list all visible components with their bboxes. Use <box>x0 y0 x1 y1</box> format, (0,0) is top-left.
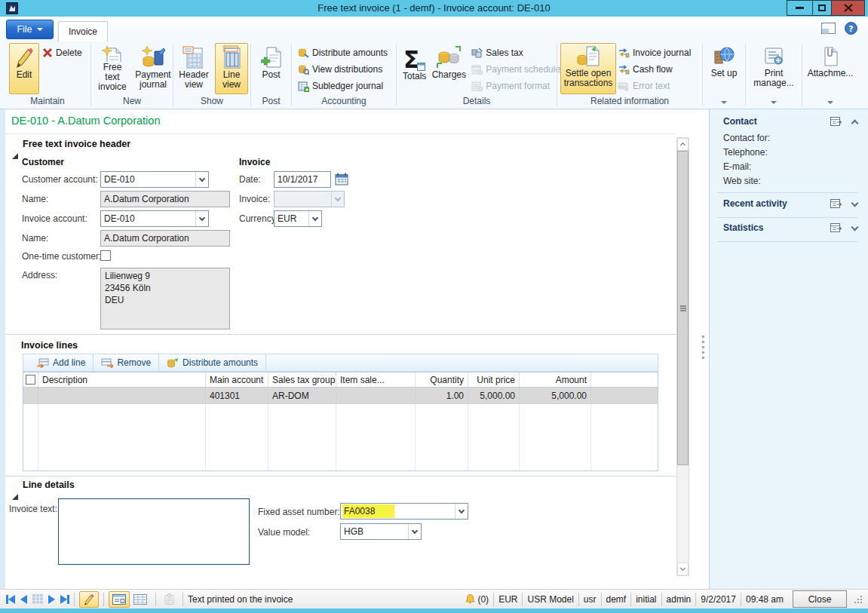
factbox-icon[interactable] <box>830 117 842 127</box>
file-menu-button[interactable]: File <box>6 20 54 39</box>
subledger-journal-button[interactable]: Subledger journal <box>298 78 388 93</box>
nav-previous-button[interactable] <box>20 595 27 604</box>
delete-button[interactable]: Delete <box>42 45 82 60</box>
invoice-account-combo[interactable]: DE-010 <box>100 210 209 227</box>
print-management-button[interactable]: Print manage... <box>750 43 798 94</box>
nav-last-icon <box>60 595 67 604</box>
nav-first-button[interactable] <box>6 595 15 604</box>
factbox-icon[interactable] <box>830 223 842 233</box>
notification-count[interactable]: (0) <box>477 594 489 605</box>
chevron-down-icon[interactable] <box>408 524 421 539</box>
cell-main-account[interactable]: 401301 <box>206 388 268 403</box>
grid-row-selected[interactable]: 401301 AR-DOM 1.00 5,000.00 5,000.00 <box>23 388 658 404</box>
col-description[interactable]: Description <box>38 372 206 387</box>
setup-button[interactable]: Set up <box>706 43 742 94</box>
factbox-icon[interactable] <box>830 199 842 209</box>
col-sales-tax-group[interactable]: Sales tax group <box>268 372 336 387</box>
factbox-contact-header[interactable]: Contact <box>723 116 757 127</box>
attachments-button[interactable]: Attachme... <box>806 43 854 94</box>
col-amount[interactable]: Amount <box>520 372 591 387</box>
chevron-up-icon[interactable] <box>851 119 859 127</box>
form-view-button[interactable] <box>109 591 130 608</box>
cash-flow-button[interactable]: Cash flow <box>618 62 691 77</box>
layout-toggle-icon[interactable] <box>821 23 836 34</box>
factbox-statistics-header[interactable]: Statistics <box>723 222 763 233</box>
select-all-checkbox[interactable] <box>26 375 35 385</box>
cell-description[interactable] <box>38 388 206 403</box>
scrollbar-thumb[interactable] <box>677 151 689 465</box>
setup-dropdown-icon[interactable] <box>721 101 727 104</box>
chevron-down-icon[interactable] <box>851 224 859 231</box>
close-button[interactable]: Close <box>793 590 847 608</box>
maximize-button[interactable] <box>812 0 832 16</box>
cell-quantity[interactable]: 1.00 <box>416 388 468 403</box>
date-field[interactable]: 10/1/2017 <box>274 171 331 188</box>
invoice-journal-button[interactable]: Invoice journal <box>618 45 691 60</box>
post-button[interactable]: Post <box>255 43 288 94</box>
add-line-button[interactable]: Add line <box>29 354 93 371</box>
view-distributions-button[interactable]: View distributions <box>298 62 388 77</box>
scroll-up-button[interactable] <box>677 138 689 151</box>
line-view-button[interactable]: Line view <box>215 43 248 94</box>
chevron-down-icon[interactable] <box>851 200 859 207</box>
payment-journal-button[interactable]: Payment journal <box>134 43 172 94</box>
currency-label: Currency: <box>239 213 278 224</box>
minimize-button[interactable] <box>787 0 813 16</box>
error-text-button[interactable]: Abc Error text <box>618 78 691 93</box>
currency-combo[interactable]: EUR <box>274 210 322 227</box>
close-window-button[interactable] <box>831 0 865 16</box>
tab-invoice[interactable]: Invoice <box>58 21 108 41</box>
payment-schedule-button[interactable]: Payment schedule <box>471 62 560 77</box>
edit-record-button[interactable] <box>79 591 99 608</box>
factbox-recent-activity-header[interactable]: Recent activity <box>723 198 787 209</box>
status-user: usr <box>584 594 597 605</box>
fixed-asset-number-combo[interactable]: FA0038 <box>340 503 468 520</box>
invoice-name-field: A.Datum Corporation <box>100 230 230 247</box>
bell-icon[interactable] <box>465 593 476 605</box>
cell-item-sales[interactable] <box>336 388 416 403</box>
attachments-dropdown-icon[interactable] <box>827 101 833 104</box>
customer-account-combo[interactable]: DE-010 <box>100 171 209 188</box>
resize-grip[interactable] <box>854 596 862 603</box>
print-management-dropdown-icon[interactable] <box>771 101 777 104</box>
sales-tax-button[interactable]: Sales tax <box>471 45 560 60</box>
settle-open-transactions-button[interactable]: Settle open transactions <box>560 43 616 94</box>
invoice-text-area[interactable] <box>58 498 250 565</box>
grid-view-button[interactable] <box>130 591 151 608</box>
cell-unit-price[interactable]: 5,000.00 <box>468 388 520 403</box>
payment-format-button[interactable]: Payment format <box>471 78 560 93</box>
nav-last-button[interactable] <box>60 595 69 604</box>
one-time-customer-checkbox[interactable] <box>100 250 111 261</box>
scroll-down-button[interactable] <box>677 562 689 575</box>
distribute-amounts-button[interactable]: Distribute amounts <box>298 45 388 60</box>
value-model-combo[interactable]: HGB <box>340 523 422 540</box>
col-quantity[interactable]: Quantity <box>416 372 468 387</box>
chevron-down-icon[interactable] <box>195 211 208 226</box>
col-main-account[interactable]: Main account <box>206 372 268 387</box>
form-view-icon <box>112 594 126 605</box>
nav-next-button[interactable] <box>48 595 55 604</box>
chevron-down-icon[interactable] <box>308 211 321 226</box>
col-item-sales[interactable]: Item sale... <box>336 372 416 387</box>
header-section-expander[interactable] <box>12 143 18 153</box>
titlebar: Free text invoice (1 - demf) - Invoice a… <box>0 0 868 17</box>
chevron-down-icon[interactable] <box>195 172 208 187</box>
chevron-down-icon[interactable] <box>455 504 468 519</box>
line-details-expander[interactable] <box>12 483 18 494</box>
calendar-icon[interactable] <box>335 173 348 185</box>
cell-sales-tax-group[interactable]: AR-DOM <box>268 388 336 403</box>
help-icon[interactable]: ? <box>845 22 857 35</box>
distribute-amounts-toolbar-button[interactable]: Distribute amounts <box>159 354 265 371</box>
charges-button[interactable]: Charges <box>429 43 468 94</box>
remove-line-button[interactable]: Remove <box>94 354 158 371</box>
vertical-scrollbar[interactable] <box>676 137 689 576</box>
line-view-label: Line view <box>218 70 245 90</box>
free-text-invoice-button[interactable]: Free text invoice <box>92 43 133 94</box>
edit-button[interactable]: Edit <box>9 43 39 94</box>
totals-button[interactable]: Σ Totals <box>400 43 429 94</box>
factbox-splitter[interactable] <box>702 336 704 359</box>
cell-amount[interactable]: 5,000.00 <box>520 388 591 403</box>
col-unit-price[interactable]: Unit price <box>468 372 520 387</box>
attach-document-button[interactable] <box>161 591 178 608</box>
header-view-button[interactable]: Header view <box>176 43 212 94</box>
